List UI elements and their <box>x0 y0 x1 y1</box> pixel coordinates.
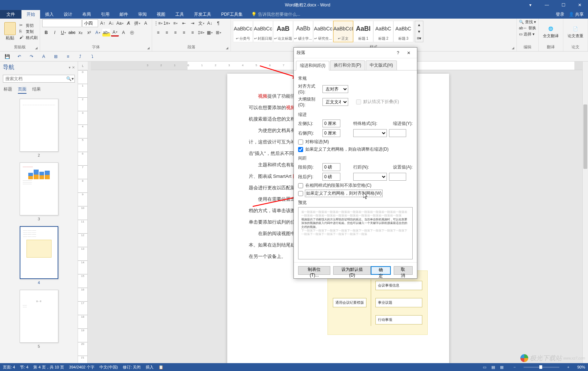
thumbnail-page-3[interactable]: ──────── ─────────────────────────── 3 <box>20 162 58 221</box>
redo-icon[interactable]: ↷ <box>28 53 35 60</box>
dialog-titlebar[interactable]: 段落 ? ✕ <box>294 48 417 58</box>
copy-button[interactable]: ⎘复制 <box>19 29 38 34</box>
line-spacing-select[interactable] <box>353 173 387 181</box>
scrollbar-thumb[interactable] <box>583 104 587 169</box>
nav-search-input[interactable] <box>3 75 65 82</box>
before-input[interactable] <box>322 163 340 171</box>
strike-icon[interactable]: abc <box>68 29 76 36</box>
nav-search[interactable]: 🔍▾ <box>3 75 75 83</box>
search-icon[interactable]: 🔍▾ <box>65 75 74 82</box>
ok-button[interactable]: 确定 <box>371 266 390 275</box>
nav-tab-results[interactable]: 结果 <box>32 86 41 94</box>
status-language[interactable]: 中文(中国) <box>99 365 118 370</box>
multilevel-icon[interactable]: ≡ <box>171 19 179 27</box>
close-icon[interactable]: ✕ <box>572 0 588 10</box>
style-item-3[interactable]: AaBb↵ 硕士学... <box>293 21 313 42</box>
bullets-icon[interactable]: ⋮≡ <box>154 19 162 27</box>
justify-icon[interactable]: ≡ <box>180 29 188 36</box>
align-center-icon[interactable]: ≡ <box>163 29 171 36</box>
tab-view[interactable]: 视图 <box>152 10 170 19</box>
minimize-icon[interactable]: — <box>539 0 555 10</box>
font-size-input[interactable] <box>82 19 98 27</box>
show-marks-icon[interactable]: ¶ <box>214 19 222 27</box>
special-select[interactable] <box>353 129 387 137</box>
vertical-scrollbar[interactable] <box>582 62 588 363</box>
style-item-1[interactable]: AaBbCc↵ 封面日期 <box>253 21 273 42</box>
line-spacing-icon[interactable]: ‡≡ <box>197 29 205 36</box>
status-page[interactable]: 页面: 4 <box>3 365 15 370</box>
shading-icon[interactable]: ▦ <box>206 29 214 36</box>
thumbnail-page-2[interactable]: 2 <box>20 99 58 157</box>
numbering-icon[interactable]: 1≡ <box>163 19 171 27</box>
bold-icon[interactable]: B <box>42 29 50 36</box>
after-input[interactable] <box>322 173 340 181</box>
dialog-help-icon[interactable]: ? <box>393 48 403 58</box>
style-scroll-up-icon[interactable]: ▴ <box>415 21 423 28</box>
tab-mailings[interactable]: 邮件 <box>115 10 133 19</box>
at-input[interactable] <box>389 173 406 181</box>
char-shading-icon[interactable]: A <box>120 29 127 36</box>
dialog-tab-indent[interactable]: 缩进和间距(I) <box>296 61 329 70</box>
font-name-input[interactable] <box>42 19 82 27</box>
status-track[interactable]: 修订: 关闭 <box>123 365 141 370</box>
status-insert[interactable]: 插入 <box>146 365 154 370</box>
cut-button[interactable]: ✂剪切 <box>19 23 38 28</box>
change-case-icon[interactable]: Aa <box>116 19 124 27</box>
char-border-icon[interactable]: A <box>142 19 150 27</box>
status-extra-icon[interactable]: 📋 <box>159 365 164 370</box>
borders-icon[interactable]: ⊞ <box>214 29 222 36</box>
cancel-button[interactable]: 取消 <box>394 266 413 275</box>
style-item-8[interactable]: AaBbC标题 3 <box>393 21 413 42</box>
align-left-icon[interactable]: ≡ <box>154 29 162 36</box>
indent-right-input[interactable] <box>322 129 340 137</box>
grow-font-icon[interactable]: A↑ <box>99 19 107 27</box>
sort-icon[interactable]: A↓ <box>206 19 214 27</box>
login-link[interactable]: 登录 <box>556 11 564 18</box>
qat-6-icon[interactable]: ≡ <box>64 53 72 60</box>
maximize-icon[interactable]: ☐ <box>555 0 572 10</box>
tab-pdf[interactable]: PDF工具集 <box>216 10 248 19</box>
find-button[interactable]: 🔍 查找 ▾ <box>519 19 536 25</box>
tabs-button[interactable]: 制表位(T)... <box>298 266 330 275</box>
tell-me-search[interactable]: 💡 告诉我您想要做什么... <box>251 10 300 19</box>
smartart-diagram[interactable]: 通用会议纪要模版 会议事项信息 事业议题 行动事项 <box>327 270 428 335</box>
format-painter-button[interactable]: 🖌格式刷 <box>19 35 38 40</box>
nav-tab-headings[interactable]: 标题 <box>4 86 12 94</box>
enclose-char-icon[interactable]: ㊕ <box>128 29 136 36</box>
translate-button[interactable]: 🌐全文翻译 <box>541 24 561 39</box>
tab-references[interactable]: 引用 <box>96 10 115 19</box>
highlight-icon[interactable]: ab <box>102 29 110 36</box>
clipboard-launcher-icon[interactable]: ◢ <box>35 46 38 50</box>
file-tab[interactable]: 文件 <box>0 10 21 19</box>
paste-button[interactable]: 粘贴 <box>2 21 18 43</box>
indent-by-input[interactable] <box>389 129 406 137</box>
shrink-font-icon[interactable]: A↓ <box>107 19 115 27</box>
font-color-icon[interactable]: A <box>111 29 119 36</box>
qat-5-icon[interactable]: ⊞ <box>52 53 59 60</box>
text-effects-icon[interactable]: A <box>94 29 102 36</box>
paragraph-launcher-icon[interactable]: ◢ <box>226 46 228 50</box>
mirror-indent-checkbox[interactable] <box>298 140 303 145</box>
phonetic-icon[interactable]: 拼 <box>133 19 141 27</box>
ribbon-options-icon[interactable]: ▾ <box>522 0 539 10</box>
nav-dropdown-icon[interactable]: ▾ <box>69 65 71 69</box>
tab-developer[interactable]: 开发工具 <box>189 10 216 19</box>
tab-design[interactable]: 设计 <box>59 10 77 19</box>
style-scroll-down-icon[interactable]: ▾ <box>415 28 423 35</box>
snap-to-grid-checkbox[interactable] <box>298 191 303 196</box>
zoom-slider[interactable] <box>524 367 559 368</box>
zoom-level[interactable]: 90% <box>577 365 585 369</box>
tab-tools[interactable]: 工具 <box>170 10 189 19</box>
dialog-close-icon[interactable]: ✕ <box>403 48 414 58</box>
outline-select[interactable]: 正文文本 <box>322 98 348 106</box>
thumbnail-page-5[interactable]: 第一章──────── 5 <box>20 290 58 348</box>
clear-format-icon[interactable]: A̸ <box>125 19 132 27</box>
alignment-select[interactable]: 左对齐 <box>322 85 348 93</box>
tab-insert[interactable]: 插入 <box>40 10 59 19</box>
set-default-button[interactable]: 设为默认值(D) <box>333 266 371 275</box>
dialog-tab-chinese[interactable]: 中文版式(H) <box>366 60 397 70</box>
underline-icon[interactable]: U <box>59 29 67 36</box>
tab-home[interactable]: 开始 <box>21 10 40 19</box>
style-item-0[interactable]: AaBbCc↵ 分类号 <box>233 21 253 42</box>
tab-layout[interactable]: 布局 <box>77 10 96 19</box>
